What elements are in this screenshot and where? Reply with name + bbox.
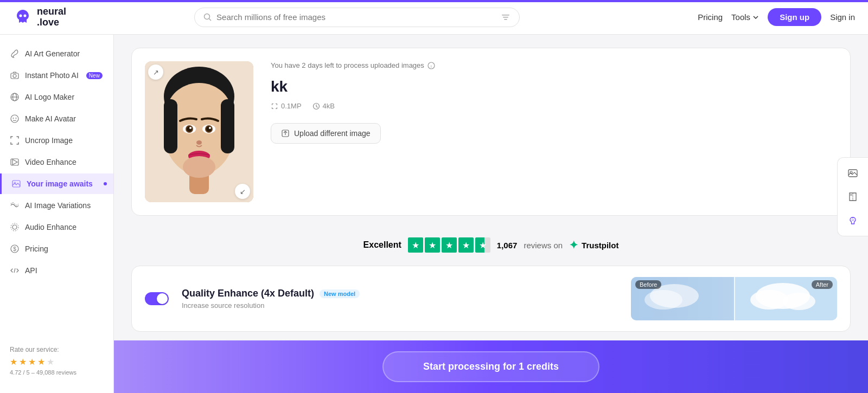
star-4[interactable]: ★ <box>37 357 45 367</box>
svg-point-39 <box>196 140 202 145</box>
cta-prefix: Start processing for <box>423 361 519 372</box>
svg-point-19 <box>12 225 17 229</box>
sidebar-item-api[interactable]: API <box>0 260 113 281</box>
tp-on: reviews on <box>524 241 563 250</box>
upload-different-image-button[interactable]: Upload different image <box>271 123 381 144</box>
sidebar-item-ai-art-generator[interactable]: AI Art Generator <box>0 43 113 64</box>
sidebar-label-make-ai-avatar: Make AI Avatar <box>25 114 76 123</box>
resolution: 0.1MP <box>271 102 302 110</box>
new-model-badge: New model <box>320 289 360 298</box>
corner-arrow-tl: ↗ <box>148 65 163 80</box>
sidebar-item-video-enhance[interactable]: Video Enhance <box>0 152 113 172</box>
pricing-nav-link[interactable]: Pricing <box>698 12 723 22</box>
image-preview-wrapper: ↗ <box>145 61 253 202</box>
logo[interactable]: neural.love <box>13 7 100 28</box>
chevron-down-icon <box>752 14 759 21</box>
tp-stars: ★ ★ ★ ★ ★ <box>408 237 490 253</box>
tp-star-1: ★ <box>408 237 423 253</box>
toggle-knob <box>157 293 168 304</box>
svg-point-33 <box>187 126 192 132</box>
stars-row[interactable]: ★ ★ ★ ★ ★ <box>10 357 104 367</box>
topbar: neural.love Pricing Tools Sign up Sign i… <box>0 0 868 35</box>
sidebar-item-audio-enhance[interactable]: Audio Enhance <box>0 217 113 237</box>
sidebar-item-instant-photo-ai[interactable]: Instant Photo AI New <box>0 65 113 86</box>
tp-logo-icon: ✦ <box>569 239 578 252</box>
camera-icon <box>10 70 20 80</box>
svg-point-2 <box>205 14 210 19</box>
filesize: 4kB <box>312 102 335 110</box>
corner-arrow-br: ↙ <box>235 184 250 199</box>
image-preview <box>145 61 253 202</box>
right-icon-book[interactable] <box>842 186 864 208</box>
svg-rect-30 <box>221 99 234 153</box>
star-2[interactable]: ★ <box>19 357 27 367</box>
trustpilot-row: Excellent ★ ★ ★ ★ ★ 1,067 reviews on ✦ T… <box>131 229 851 266</box>
svg-point-52 <box>750 290 788 310</box>
svg-rect-4 <box>502 15 509 16</box>
svg-point-38 <box>209 127 211 129</box>
right-icon-brain[interactable] <box>842 210 864 231</box>
brain-icon <box>847 215 858 226</box>
sidebar-label-uncrop-image: Uncrop Image <box>25 136 73 145</box>
signup-button[interactable]: Sign up <box>768 8 821 26</box>
sidebar-label-api: API <box>25 266 37 275</box>
ba-divider <box>734 277 735 320</box>
sidebar-label-your-image-awaits: Your image awaits <box>27 179 93 188</box>
sidebar-item-your-image-awaits[interactable]: Your image awaits <box>0 173 113 194</box>
star-5[interactable]: ★ <box>47 357 54 367</box>
image-icon <box>11 179 21 189</box>
globe-icon <box>10 92 20 102</box>
tp-count: 1,067 <box>497 241 518 250</box>
svg-point-12 <box>11 115 18 123</box>
search-bar[interactable] <box>194 8 520 27</box>
uncrop-icon <box>10 136 20 145</box>
star-3[interactable]: ★ <box>28 357 36 367</box>
sidebar-item-uncrop-image[interactable]: Uncrop Image <box>0 130 113 151</box>
svg-rect-17 <box>12 181 20 187</box>
svg-rect-6 <box>504 19 507 20</box>
upload-icon <box>281 129 290 138</box>
tp-star-3: ★ <box>442 237 457 253</box>
svg-line-3 <box>209 18 212 21</box>
svg-point-37 <box>206 126 212 132</box>
code-icon <box>10 266 20 275</box>
svg-point-1 <box>24 14 27 17</box>
enhance-card: Quality Enhance (4x Default) New model I… <box>131 266 851 332</box>
sidebar-item-pricing[interactable]: $ Pricing <box>0 239 113 259</box>
book-icon <box>847 191 858 202</box>
notice-text: You have 2 days left to process uploaded… <box>271 61 837 69</box>
signin-link[interactable]: Sign in <box>830 12 855 22</box>
svg-point-13 <box>13 118 14 119</box>
after-label: After <box>812 280 833 289</box>
bottom-cta: Start processing for 1 credits <box>114 340 868 393</box>
accent-bar <box>0 0 868 2</box>
rate-section: Rate our service: ★ ★ ★ ★ ★ 4.72 / 5 – 4… <box>0 337 113 384</box>
variations-icon <box>10 201 20 210</box>
tp-excellent: Excellent <box>363 240 401 250</box>
quality-enhance-toggle[interactable] <box>145 292 169 305</box>
sidebar-label-ai-logo-maker: AI Logo Maker <box>25 93 74 101</box>
sidebar-label-ai-image-variations: AI Image Variations <box>25 201 91 210</box>
tp-brand: ✦ Trustpilot <box>569 239 618 252</box>
right-sidebar <box>837 157 868 236</box>
sidebar-item-ai-logo-maker[interactable]: AI Logo Maker <box>0 87 113 107</box>
sidebar: AI Art Generator Instant Photo AI New AI… <box>0 35 114 393</box>
resolution-icon <box>271 102 278 110</box>
right-icon-image-restore[interactable] <box>842 162 864 184</box>
tp-brand-label: Trustpilot <box>582 241 618 250</box>
sidebar-item-ai-image-variations[interactable]: AI Image Variations <box>0 195 113 216</box>
dollar-icon: $ <box>10 244 20 254</box>
search-input[interactable] <box>216 12 496 22</box>
clock-icon <box>312 102 320 110</box>
preview-image <box>145 61 253 202</box>
tp-star-4: ★ <box>458 237 474 253</box>
topbar-right: Pricing Tools Sign up Sign in <box>698 8 855 26</box>
upload-info: You have 2 days left to process uploaded… <box>271 61 837 144</box>
svg-point-0 <box>20 14 22 17</box>
star-1[interactable]: ★ <box>10 357 17 367</box>
cta-suffix: credits <box>524 361 559 372</box>
tools-dropdown[interactable]: Tools <box>731 12 759 22</box>
svg-rect-5 <box>503 17 508 18</box>
start-processing-button[interactable]: Start processing for 1 credits <box>382 351 599 382</box>
sidebar-item-make-ai-avatar[interactable]: Make AI Avatar <box>0 108 113 129</box>
